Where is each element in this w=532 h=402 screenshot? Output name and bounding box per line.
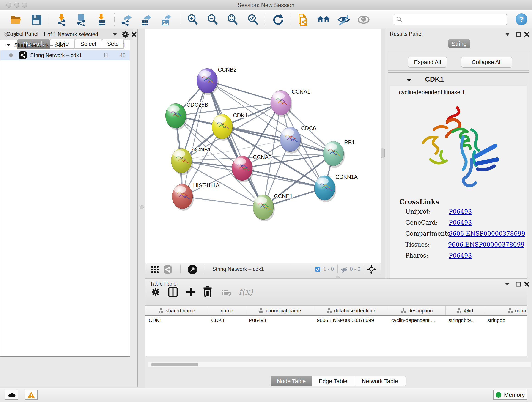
network-node-cdkn1a[interactable]: CDKN1A: [314, 174, 358, 202]
delete-column-trash-icon[interactable]: [203, 286, 212, 297]
table-settings-gear-icon[interactable]: [151, 288, 160, 296]
selected-checkbox-icon[interactable]: [315, 267, 321, 272]
network-graph[interactable]: CCNB2CCNA1CDC25BCDK1CDC6RB1CCNB1CCNA2CDK…: [146, 29, 381, 263]
column-header[interactable]: name: [208, 306, 246, 315]
export-table-button[interactable]: [139, 13, 153, 26]
network-canvas[interactable]: CCNB2CCNA1CDC25BCDK1CDC6RB1CCNB1CCNA2CDK…: [145, 29, 381, 264]
zoom-out-button[interactable]: [206, 13, 219, 26]
node-label: CCNE1: [274, 193, 293, 199]
detach-view-icon[interactable]: [188, 265, 197, 274]
crosslink-row: Pharos:P06493: [405, 252, 525, 259]
warnings-button[interactable]: [25, 390, 38, 400]
network-node-ccna1[interactable]: CCNA1: [271, 89, 310, 117]
import-table-button[interactable]: [95, 13, 109, 26]
table-cell[interactable]: CDK1: [208, 317, 246, 323]
save-session-button[interactable]: [30, 13, 43, 26]
import-network-button[interactable]: [56, 13, 69, 26]
hide-graphics-button[interactable]: [337, 13, 350, 26]
network-node-cdc6[interactable]: CDC6: [280, 125, 316, 153]
network-edge[interactable]: [182, 196, 263, 207]
tab-edge-table[interactable]: Edge Table: [312, 376, 354, 386]
tab-string[interactable]: String: [448, 39, 470, 48]
column-header[interactable]: @id: [445, 306, 484, 315]
network-node-hist1h1a[interactable]: HIST1H1A: [172, 182, 220, 211]
folder-icon: [10, 13, 22, 26]
network-edge[interactable]: [182, 81, 207, 196]
string-file-button[interactable]: [297, 13, 310, 26]
panel-close-icon[interactable]: [131, 32, 137, 37]
table-cell[interactable]: stringdb: [484, 317, 527, 323]
help-button[interactable]: ?: [515, 13, 527, 25]
show-graphics-button[interactable]: [357, 13, 370, 26]
import-database-button[interactable]: [75, 13, 88, 26]
collapse-all-button[interactable]: Collapse All: [461, 57, 512, 68]
cloud-button[interactable]: [5, 390, 18, 400]
table-row[interactable]: CDK1CDK1P064939606.ENSP00000378699cyclin…: [146, 316, 527, 325]
network-row-selected[interactable]: String Network – cdk1 11 48: [0, 50, 130, 60]
tab-node-table[interactable]: Node Table: [271, 376, 312, 386]
file-network-icon: [297, 13, 309, 26]
vertical-splitter-handle[interactable]: [381, 148, 385, 158]
panel-float-icon[interactable]: [123, 32, 129, 37]
column-header[interactable]: namespace: [484, 306, 527, 315]
network-collection-row[interactable]: String Network – cdk1 1: [0, 40, 130, 50]
open-session-button[interactable]: [10, 13, 23, 26]
table-cell[interactable]: cyclin-dependent ...: [388, 317, 445, 323]
crosslink-link[interactable]: 9606.ENSP00000378699: [449, 230, 525, 237]
left-splitter-handle[interactable]: [140, 205, 144, 209]
network-node-cdk1[interactable]: CDK1: [212, 112, 248, 141]
memory-button[interactable]: Memory: [493, 390, 527, 400]
add-column-icon[interactable]: [186, 287, 196, 297]
column-header[interactable]: canonical name: [246, 306, 314, 315]
network-node-cdc25b[interactable]: CDC25B: [165, 102, 208, 130]
tab-network-table[interactable]: Network Table: [354, 376, 406, 386]
export-image-button[interactable]: [159, 13, 173, 26]
table-panel: Table Panel f(x) shared namenamecanonica…: [145, 279, 532, 388]
network-node-ccna2[interactable]: CCNA2: [232, 154, 272, 182]
table-hscrollbar[interactable]: [148, 362, 531, 367]
table-cell[interactable]: 9606.ENSP00000378699: [314, 317, 388, 323]
refresh-button[interactable]: [272, 13, 285, 26]
zoom-in-button[interactable]: [186, 13, 199, 26]
zoom-selected-button[interactable]: [246, 13, 260, 26]
column-header[interactable]: database identifier: [314, 306, 388, 315]
node-table[interactable]: shared namenamecanonical namedatabase id…: [145, 306, 527, 356]
table-hscrollbar-thumb[interactable]: [151, 363, 198, 366]
export-network-button[interactable]: [120, 13, 133, 26]
zoom-fit-button[interactable]: [226, 13, 239, 26]
crosslink-link[interactable]: P06493: [449, 219, 472, 226]
panel-float-icon[interactable]: [515, 32, 521, 37]
node-label: CCNA1: [292, 89, 310, 95]
expand-all-button[interactable]: Expand All: [408, 57, 447, 68]
refresh-icon: [272, 13, 284, 26]
show-columns-icon[interactable]: [168, 287, 178, 297]
panel-menu-icon[interactable]: [505, 32, 510, 37]
panel-menu-icon[interactable]: [504, 281, 510, 287]
panel-menu-icon[interactable]: [112, 32, 118, 37]
network-node-ccne1[interactable]: CCNE1: [253, 193, 293, 221]
panel-float-icon[interactable]: [515, 281, 521, 287]
search-field[interactable]: [393, 14, 507, 25]
crosslinks-heading: CrossLinks: [399, 198, 439, 206]
column-header[interactable]: shared name: [146, 306, 208, 315]
crosslink-link[interactable]: 9606.ENSP00000378699: [448, 241, 525, 248]
network-node-rb1[interactable]: RB1: [323, 139, 355, 168]
table-cell[interactable]: stringdb:9...: [445, 317, 484, 323]
panel-close-icon[interactable]: [524, 32, 530, 37]
toolbar-separator: [49, 13, 49, 26]
network-node-ccnb1[interactable]: CCNB1: [171, 147, 211, 175]
grid-view-icon[interactable]: [151, 266, 159, 274]
table-cell[interactable]: P06493: [246, 317, 314, 323]
column-header[interactable]: description: [388, 306, 445, 315]
crosslink-link[interactable]: P06493: [449, 252, 472, 259]
network-node-ccnb2[interactable]: CCNB2: [197, 66, 236, 95]
gene-collapse-icon[interactable]: [406, 77, 412, 83]
attribute-icon: [401, 308, 406, 313]
tree-expand-icon[interactable]: [6, 43, 11, 48]
table-cell[interactable]: CDK1: [146, 317, 208, 323]
network-share-view-icon[interactable]: [163, 265, 172, 274]
crosslink-link[interactable]: P06493: [449, 208, 472, 215]
panel-close-icon[interactable]: [524, 281, 530, 287]
reset-layout-button[interactable]: [317, 13, 330, 26]
fit-crosshair-icon[interactable]: [367, 265, 376, 274]
